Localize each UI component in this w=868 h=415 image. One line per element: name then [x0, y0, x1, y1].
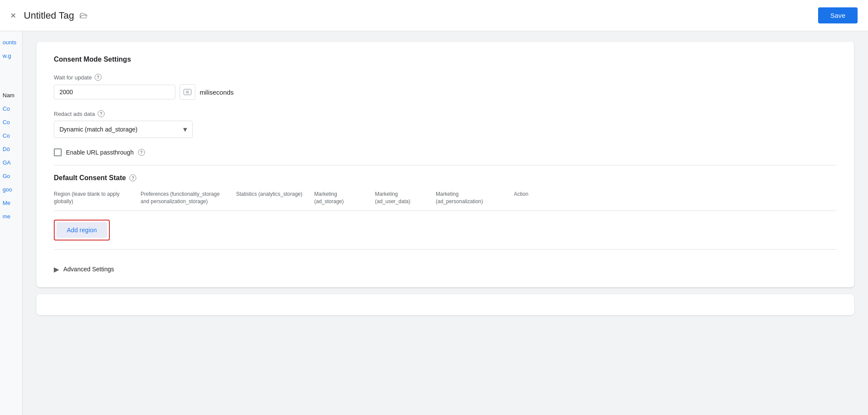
table-header-row: Region (leave blank to apply globally) P… [54, 191, 837, 211]
main-card: Consent Mode Settings Wait for update ? … [36, 42, 854, 287]
sidebar-item-3[interactable]: Dö [0, 142, 22, 156]
default-consent-help-icon[interactable]: ? [129, 175, 136, 181]
svg-text:⊞: ⊞ [186, 90, 189, 94]
sidebar-item-4[interactable]: GA [0, 156, 22, 169]
wait-for-update-label: Wait for update ? [54, 74, 837, 81]
sidebar-item-2[interactable]: Co [0, 129, 22, 142]
sidebar-partial-top: ounts [0, 36, 22, 49]
milliseconds-label: miliseconds [200, 89, 233, 96]
default-consent-title: Default Consent State ? [54, 174, 837, 182]
advanced-settings-label: Advanced Settings [63, 266, 114, 273]
sidebar-item-0[interactable]: Co [0, 102, 22, 115]
th-prefs: Preferences (functionality_storage and p… [141, 191, 236, 205]
sidebar: ounts w.g Nam Co Co Co Dö GA Go goo Me m… [0, 31, 23, 415]
wait-for-update-input[interactable] [54, 85, 175, 99]
save-button[interactable]: Save [818, 7, 858, 23]
redact-ads-label: Redact ads data ? [54, 110, 837, 117]
th-stats: Statistics (analytics_storage) [236, 191, 314, 205]
sidebar-item-1[interactable]: Co [0, 115, 22, 129]
th-marketing3: Marketing (ad_personalization) [436, 191, 514, 205]
input-variable-icon[interactable]: ⊞ [180, 84, 195, 100]
dropdown-arrow-icon: ▾ [183, 125, 187, 134]
url-passthrough-checkbox[interactable] [54, 148, 62, 156]
redact-ads-dropdown[interactable]: Dynamic (match ad_storage) ▾ [54, 121, 193, 138]
th-marketing1: Marketing (ad_storage) [314, 191, 375, 205]
th-action: Action [514, 191, 837, 205]
section-divider [54, 165, 837, 165]
header: × Untitled Tag 🗁 Save [0, 0, 868, 31]
sidebar-item-5[interactable]: Go [0, 169, 22, 183]
advanced-divider [54, 249, 837, 250]
url-passthrough-row: Enable URL passthrough ? [54, 148, 837, 156]
th-marketing2: Marketing (ad_user_data) [375, 191, 436, 205]
wait-for-update-field: Wait for update ? ⊞ miliseconds [54, 74, 837, 100]
add-region-button[interactable]: Add region [56, 222, 107, 238]
sidebar-item-7[interactable]: Me [0, 196, 22, 210]
sidebar-partial-domain: w.g [0, 49, 22, 63]
sidebar-item-6[interactable]: goo [0, 183, 22, 196]
chevron-right-icon: ▶ [54, 265, 59, 273]
redact-ads-help-icon[interactable]: ? [98, 110, 105, 117]
sidebar-item-8[interactable]: me [0, 210, 22, 223]
wait-for-update-help-icon[interactable]: ? [95, 74, 102, 81]
url-passthrough-help-icon[interactable]: ? [138, 149, 145, 156]
content-area: Consent Mode Settings Wait for update ? … [23, 31, 868, 415]
folder-icon[interactable]: 🗁 [79, 10, 88, 20]
redact-ads-field: Redact ads data ? Dynamic (match ad_stor… [54, 110, 837, 138]
consent-mode-title: Consent Mode Settings [54, 56, 837, 63]
add-region-highlight-border: Add region [54, 220, 110, 240]
wait-for-update-input-row: ⊞ miliseconds [54, 84, 837, 100]
th-region: Region (leave blank to apply globally) [54, 191, 141, 205]
url-passthrough-label: Enable URL passthrough [66, 149, 134, 156]
second-card [36, 294, 854, 315]
main-layout: ounts w.g Nam Co Co Co Dö GA Go goo Me m… [0, 31, 868, 415]
close-button[interactable]: × [10, 11, 16, 20]
sidebar-nav-label: Nam [0, 89, 22, 102]
page-title: Untitled Tag [24, 10, 74, 21]
advanced-settings-row[interactable]: ▶ Advanced Settings [54, 258, 837, 273]
